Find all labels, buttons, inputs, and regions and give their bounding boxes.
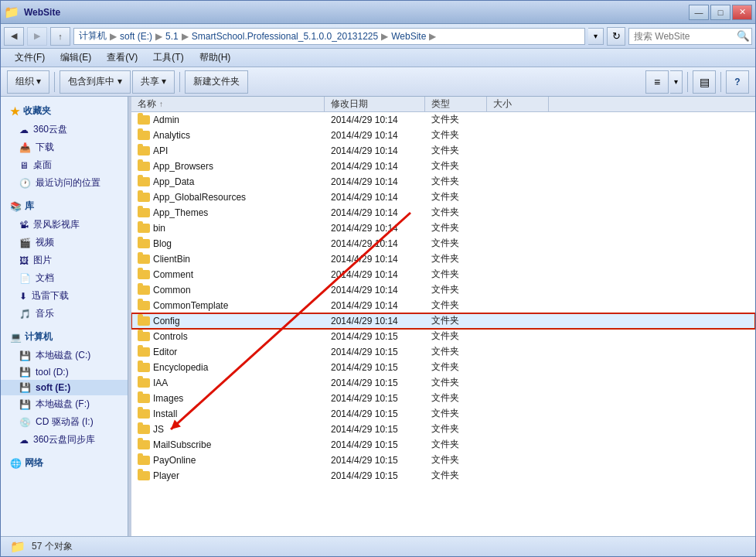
file-date-cell: 2014/4/29 10:14 — [325, 251, 425, 266]
file-type-cell: 文件夹 — [425, 375, 487, 390]
sidebar-item-d-drive[interactable]: 💾 tool (D:) — [1, 364, 128, 380]
folder-icon — [138, 270, 150, 279]
table-row[interactable]: Images2014/4/29 10:15文件夹 — [131, 391, 755, 406]
title-controls: — □ ✕ — [689, 5, 752, 20]
search-input[interactable] — [628, 28, 752, 45]
file-type-cell: 文件夹 — [425, 190, 487, 204]
file-date-cell: 2014/4/29 10:14 — [325, 190, 425, 204]
library-button[interactable]: 包含到库中 ▾ — [60, 70, 130, 94]
file-size-cell — [487, 391, 549, 405]
table-row[interactable]: API2014/4/29 10:14文件夹 — [131, 143, 755, 159]
table-row[interactable]: App_Themes2014/4/29 10:14文件夹 — [131, 205, 755, 220]
col-header-date[interactable]: 修改日期 — [325, 97, 425, 111]
table-row[interactable]: App_GlobalResources2014/4/29 10:14文件夹 — [131, 190, 755, 205]
table-row[interactable]: IAA2014/4/29 10:15文件夹 — [131, 375, 755, 391]
sidebar-item-360yun[interactable]: ☁ 360云盘 — [1, 121, 128, 138]
view-button[interactable]: ≡ — [645, 70, 669, 94]
file-name-cell: Player — [131, 468, 325, 483]
col-header-type[interactable]: 类型 — [425, 97, 487, 111]
sidebar-item-f-drive[interactable]: 💾 本地磁盘 (F:) — [1, 395, 128, 413]
sidebar-item-cd-drive[interactable]: 💿 CD 驱动器 (I:) — [1, 413, 128, 431]
title-bar: 📁 WebSite — □ ✕ — [1, 1, 755, 24]
menu-tools[interactable]: 工具(T) — [145, 50, 191, 66]
table-row[interactable]: MailSubscribe2014/4/29 10:15文件夹 — [131, 437, 755, 453]
table-row[interactable]: Common2014/4/29 10:14文件夹 — [131, 282, 755, 298]
sidebar-favorites-title[interactable]: ★ 收藏夹 — [1, 101, 128, 121]
path-computer[interactable]: 计算机 — [79, 29, 107, 43]
preview-button[interactable]: ▤ — [693, 70, 716, 94]
file-name-cell: IAA — [131, 375, 325, 390]
sidebar-item-jingfeng[interactable]: 📽 景风影视库 — [1, 216, 128, 234]
path-51[interactable]: 5.1 — [165, 31, 179, 42]
sidebar-item-video[interactable]: 🎬 视频 — [1, 234, 128, 251]
file-date-cell: 2014/4/29 10:14 — [325, 220, 425, 235]
sidebar-item-music[interactable]: 🎵 音乐 — [1, 305, 128, 323]
forward-button[interactable]: ▶ — [27, 27, 47, 46]
new-folder-button[interactable]: 新建文件夹 — [185, 70, 248, 94]
sidebar-item-xunlei[interactable]: ⬇ 迅雷下载 — [1, 287, 128, 305]
help-button[interactable]: ? — [726, 70, 749, 94]
table-row[interactable]: Analytics2014/4/29 10:14文件夹 — [131, 128, 755, 143]
maximize-button[interactable]: □ — [710, 5, 730, 20]
table-row[interactable]: App_Browsers2014/4/29 10:14文件夹 — [131, 159, 755, 174]
table-row[interactable]: Config2014/4/29 10:14文件夹 — [131, 313, 755, 329]
refresh-button[interactable]: ↻ — [607, 27, 625, 46]
menu-help[interactable]: 帮助(H) — [192, 50, 239, 66]
col-header-size[interactable]: 大小 — [487, 97, 549, 111]
sidebar-item-e-drive[interactable]: 💾 soft (E:) — [1, 380, 128, 395]
file-name-cell: App_GlobalResources — [131, 190, 325, 204]
close-button[interactable]: ✕ — [732, 5, 752, 20]
back-button[interactable]: ◀ — [4, 27, 24, 46]
sidebar-item-documents[interactable]: 📄 文档 — [1, 269, 128, 287]
table-row[interactable]: Controls2014/4/29 10:15文件夹 — [131, 329, 755, 344]
table-row[interactable]: Install2014/4/29 10:15文件夹 — [131, 406, 755, 422]
organize-button[interactable]: 组织 ▾ — [7, 70, 49, 94]
network-icon: 🌐 — [10, 458, 22, 469]
menu-edit[interactable]: 编辑(E) — [53, 50, 99, 66]
table-row[interactable]: PayOnline2014/4/29 10:15文件夹 — [131, 453, 755, 468]
share-button[interactable]: 共享 ▾ — [132, 70, 175, 94]
sidebar-item-desktop[interactable]: 🖥 桌面 — [1, 156, 128, 174]
table-row[interactable]: bin2014/4/29 10:14文件夹 — [131, 220, 755, 236]
file-date-cell: 2014/4/29 10:15 — [325, 344, 425, 359]
menu-file[interactable]: 文件(F) — [7, 50, 53, 66]
table-row[interactable]: ClientBin2014/4/29 10:14文件夹 — [131, 251, 755, 267]
sidebar-computer-title[interactable]: 💻 计算机 — [1, 327, 128, 347]
table-row[interactable]: Player2014/4/29 10:15文件夹 — [131, 468, 755, 484]
sidebar-favorites-label: 收藏夹 — [23, 104, 51, 118]
table-row[interactable]: Admin2014/4/29 10:14文件夹 — [131, 112, 755, 128]
minimize-button[interactable]: — — [689, 5, 709, 20]
file-size-cell — [487, 174, 549, 189]
file-date-cell: 2014/4/29 10:15 — [325, 329, 425, 343]
file-name-cell: PayOnline — [131, 453, 325, 467]
table-row[interactable]: Editor2014/4/29 10:15文件夹 — [131, 344, 755, 360]
sidebar-item-download[interactable]: 📥 下载 — [1, 138, 128, 156]
up-button[interactable]: ↑ — [50, 27, 70, 46]
sidebar-library-title[interactable]: 📚 库 — [1, 196, 128, 216]
table-row[interactable]: Blog2014/4/29 10:14文件夹 — [131, 236, 755, 251]
col-header-name[interactable]: 名称 ↑ — [131, 97, 325, 111]
path-soft[interactable]: soft (E:) — [120, 31, 152, 42]
file-size-cell — [487, 112, 549, 127]
table-row[interactable]: Comment2014/4/29 10:14文件夹 — [131, 267, 755, 282]
sidebar-network-title[interactable]: 🌐 网络 — [1, 453, 128, 473]
sidebar-item-c-drive[interactable]: 💾 本地磁盘 (C:) — [1, 347, 128, 364]
view-dropdown[interactable]: ▾ — [670, 70, 683, 94]
path-dropdown[interactable]: ▾ — [588, 28, 604, 45]
menu-view[interactable]: 查看(V) — [99, 50, 145, 66]
sidebar-item-360sync[interactable]: ☁ 360云盘同步库 — [1, 431, 128, 449]
table-row[interactable]: App_Data2014/4/29 10:14文件夹 — [131, 174, 755, 190]
table-row[interactable]: CommonTemplate2014/4/29 10:14文件夹 — [131, 298, 755, 313]
folder-icon — [138, 471, 150, 480]
file-name-cell: Config — [131, 313, 325, 328]
file-size-cell — [487, 360, 549, 374]
file-size-cell — [487, 143, 549, 158]
table-row[interactable]: Encyclopedia2014/4/29 10:15文件夹 — [131, 360, 755, 375]
sidebar-item-pictures[interactable]: 🖼 图片 — [1, 251, 128, 269]
search-button[interactable]: 🔍 — [735, 29, 751, 44]
path-smartschool[interactable]: SmartSchool.Professional_5.1.0.0_2013122… — [192, 31, 379, 42]
path-website[interactable]: WebSite — [391, 31, 426, 42]
window-icon: 📁 — [4, 5, 19, 19]
table-row[interactable]: JS2014/4/29 10:15文件夹 — [131, 422, 755, 437]
sidebar-item-recent[interactable]: 🕐 最近访问的位置 — [1, 174, 128, 192]
